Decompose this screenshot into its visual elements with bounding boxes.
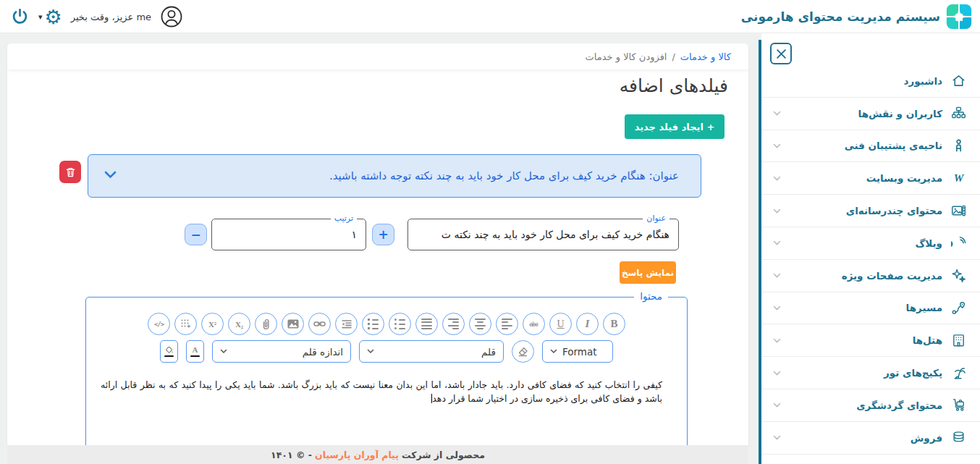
chevron-down-icon xyxy=(773,143,781,148)
svg-text:H: H xyxy=(955,12,963,23)
sidebar-item-sales[interactable]: فروش xyxy=(761,422,980,455)
order-input[interactable] xyxy=(212,219,366,250)
sidebar-item-tour-packages[interactable]: پکیج‌های تور xyxy=(761,357,980,389)
home-icon xyxy=(950,73,967,88)
brand[interactable]: H سیستم مدیریت محتوای هارمونی xyxy=(741,0,973,33)
table-grid-icon xyxy=(180,319,191,329)
coins-icon xyxy=(950,430,967,445)
title-field: عنوان xyxy=(407,219,679,250)
field-accordion-header[interactable]: عنوان: هنگام خرید کیف برای محل کار خود ب… xyxy=(88,154,701,198)
code-button[interactable]: </> xyxy=(148,313,170,335)
caret-down-icon: ▾ xyxy=(38,12,43,22)
sidebar: داشبورد کاربران و نقش‌ها ناحیه‌ی پشتیبان… xyxy=(761,33,980,464)
superscript-button[interactable]: X² xyxy=(201,313,224,335)
attach-button[interactable] xyxy=(255,313,277,335)
settings-menu[interactable]: ▾ ⚙ xyxy=(38,7,62,27)
align-left-button[interactable] xyxy=(496,313,518,335)
font-size-select[interactable]: اندازه قلم xyxy=(212,340,351,363)
sidebar-item-blog[interactable]: b وبلاگ xyxy=(761,227,980,260)
justify-button[interactable] xyxy=(415,313,438,335)
eraser-button[interactable] xyxy=(512,340,534,363)
gear-icon: ⚙ xyxy=(45,7,62,27)
image-button[interactable] xyxy=(282,313,304,335)
chevron-down-icon xyxy=(773,111,781,116)
chevron-down-icon xyxy=(773,273,781,278)
underline-button[interactable]: U xyxy=(549,313,572,335)
font-select-value: قلم xyxy=(481,346,496,358)
sidebar-item-label: داشبورد xyxy=(903,75,942,87)
editor-toolbar-row2: Format قلم اندازه قلم A xyxy=(86,340,687,363)
route-icon xyxy=(950,300,967,316)
insert-table-button[interactable] xyxy=(174,313,197,335)
subscript-button[interactable]: X₂ xyxy=(228,313,250,335)
italic-button[interactable]: I xyxy=(576,313,599,335)
sparkles-icon xyxy=(950,268,967,283)
italic-glyph: I xyxy=(586,318,590,330)
app-window: H سیستم مدیریت محتوای هارمونی ▾ ⚙ me عزی… xyxy=(0,0,980,464)
format-select[interactable]: Format xyxy=(542,340,613,363)
sidebar-close-button[interactable] xyxy=(770,43,792,64)
support-person-icon xyxy=(950,138,967,153)
palm-tree-icon xyxy=(950,366,967,381)
sidebar-item-website-management[interactable]: W مدیریت وبسایت xyxy=(761,162,980,195)
text-color-button[interactable]: A xyxy=(186,340,204,363)
chevron-down-icon xyxy=(773,240,781,245)
indent-icon xyxy=(341,319,352,329)
chevron-down-icon xyxy=(367,349,374,354)
editor-content[interactable]: کیفی را انتخاب کنید که فضای کافی دارد. ب… xyxy=(101,378,662,406)
page-title: فیلدهای اضافه xyxy=(620,75,728,96)
link-button[interactable] xyxy=(308,313,331,335)
sidebar-item-tourism-content[interactable]: محتوای گردشگری xyxy=(761,389,980,422)
align-right-button[interactable] xyxy=(442,313,465,335)
avatar[interactable] xyxy=(160,5,183,28)
title-input[interactable] xyxy=(408,219,678,250)
align-right-icon xyxy=(448,319,459,330)
order-increment-button[interactable]: + xyxy=(372,224,394,245)
align-center-icon xyxy=(475,319,486,330)
order-decrement-button[interactable]: − xyxy=(185,224,207,245)
unordered-list-button[interactable] xyxy=(389,313,411,335)
sidebar-item-label: هتل‌ها xyxy=(913,334,942,346)
align-center-button[interactable] xyxy=(469,313,491,335)
show-answer-button[interactable]: نمایش پاسخ xyxy=(620,261,676,284)
ordered-list-button[interactable] xyxy=(362,313,384,335)
superscript-glyph: X² xyxy=(208,320,216,329)
sidebar-item-label: وبلاگ xyxy=(915,237,942,249)
bullet-list-icon xyxy=(394,319,405,329)
sidebar-item-multimedia[interactable]: محتوای چندرسانه‌ای xyxy=(761,195,980,227)
create-field-button[interactable]: + ایجاد فیلد جدید xyxy=(625,114,725,139)
sidebar-item-special-pages[interactable]: مدیریت صفحات ویژه xyxy=(761,260,980,292)
sidebar-item-label: مسیرها xyxy=(906,302,942,313)
sidebar-item-hotels[interactable]: هتل‌ها xyxy=(761,324,980,357)
website-icon: W xyxy=(950,171,967,186)
code-glyph: </> xyxy=(154,321,164,328)
media-icon xyxy=(950,203,967,219)
order-field: ترتیب xyxy=(211,219,366,250)
sidebar-item-tech-support[interactable]: ناحیه‌ی پشتیبان فنی xyxy=(761,130,980,163)
image-icon xyxy=(287,319,299,329)
text-color-icon: A xyxy=(193,346,198,354)
color-bar xyxy=(164,355,174,358)
breadcrumb-link-goods-services[interactable]: کالا و خدمات xyxy=(680,51,731,62)
sidebar-item-dashboard[interactable]: داشبورد xyxy=(761,65,980,98)
bg-color-button[interactable] xyxy=(160,340,178,363)
order-field-label: ترتیب xyxy=(331,214,357,223)
content-editor: محتوا B I U abc xyxy=(85,297,688,445)
logout-power-button[interactable] xyxy=(10,7,30,27)
bold-button[interactable]: B xyxy=(603,313,625,335)
app-title: سیستم مدیریت محتوای هارمونی xyxy=(741,9,940,24)
hotel-icon xyxy=(950,333,967,348)
chevron-down-icon xyxy=(773,371,781,376)
strikethrough-button[interactable]: abc xyxy=(523,313,545,335)
indent-button[interactable] xyxy=(335,313,358,335)
breadcrumb: کالا و خدمات / افزودن کالا و خدمات xyxy=(7,43,748,69)
color-bar xyxy=(190,355,200,358)
font-select[interactable]: قلم xyxy=(359,340,504,363)
sidebar-item-routes[interactable]: مسیرها xyxy=(761,292,980,325)
accordion-title: عنوان: هنگام خرید کیف برای محل کار خود ب… xyxy=(329,155,679,197)
sidebar-item-users-roles[interactable]: کاربران و نقش‌ها xyxy=(761,98,980,130)
footer-year: - © ۱۴۰۱ xyxy=(271,450,312,460)
editor-toolbar-row1: B I U abc xyxy=(86,313,687,335)
breadcrumb-current: افزودن کالا و خدمات xyxy=(586,51,667,62)
delete-field-button[interactable] xyxy=(59,161,81,183)
